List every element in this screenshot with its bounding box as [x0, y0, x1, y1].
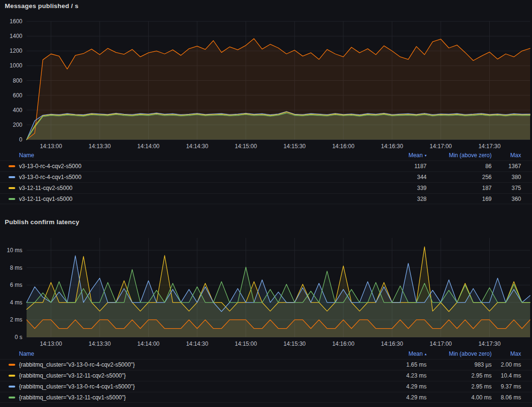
- legend-header-row: Name Mean▾ Min (above zero) Max: [0, 150, 532, 161]
- series-color-swatch: [9, 187, 15, 189]
- x-axis-tick-label: 14:15:00: [235, 341, 257, 347]
- x-axis-tick-label: 14:13:30: [89, 341, 111, 347]
- series-mean-value: 1187: [370, 163, 427, 170]
- legend-table-messages-published: Name Mean▾ Min (above zero) Max v3-13-0-…: [0, 150, 532, 204]
- series-min-value: 256: [427, 174, 492, 180]
- series-name[interactable]: {rabbitmq_cluster="v3-13-0-rc-4-cqv2-s50…: [19, 361, 370, 368]
- x-axis-tick-label: 14:13:00: [40, 341, 62, 347]
- y-axis-tick-label: 600: [13, 92, 22, 99]
- series-min-value: 86: [427, 163, 492, 170]
- x-axis-tick-label: 14:15:00: [235, 143, 257, 150]
- series-color-swatch: [9, 386, 15, 388]
- series-mean-value: 4.29 ms: [370, 394, 427, 401]
- series-name[interactable]: v3-13-0-rc-4-cqv2-s5000: [19, 163, 370, 170]
- legend-row[interactable]: v3-13-0-rc-4-cqv1-s5000 344 256 380: [0, 171, 532, 182]
- x-axis-tick-label: 14:16:00: [332, 143, 354, 150]
- column-header-min[interactable]: Min (above zero): [427, 152, 492, 159]
- series-max-value: 10.4 ms: [492, 372, 521, 379]
- series-color-swatch: [9, 364, 15, 366]
- x-axis-tick-label: 14:17:00: [430, 341, 452, 347]
- x-axis-tick-label: 14:13:00: [40, 143, 62, 150]
- x-axis-tick-label: 14:16:30: [381, 341, 403, 347]
- column-header-mean-label: Mean: [408, 152, 423, 159]
- column-header-min[interactable]: Min (above zero): [427, 350, 492, 357]
- panel-title-publish-confirm-latency[interactable]: Publish confirm latency: [5, 218, 79, 226]
- x-axis-tick-label: 14:14:30: [186, 143, 209, 150]
- series-mean-value: 1.65 ms: [370, 361, 427, 368]
- panel-title-messages-published[interactable]: Messages published / s: [5, 2, 78, 9]
- series-max-value: 360: [492, 196, 521, 202]
- series-min-value: 2.95 ms: [427, 372, 492, 379]
- series-color-swatch: [9, 176, 15, 178]
- series-max-value: 375: [492, 185, 521, 191]
- series-name[interactable]: {rabbitmq_cluster="v3-12-11-cqv2-s5000"}: [19, 372, 370, 379]
- column-header-name[interactable]: Name: [19, 152, 370, 159]
- y-axis-tick-label: 8 ms: [10, 265, 22, 271]
- series-mean-value: 4.23 ms: [370, 372, 427, 379]
- y-axis-tick-label: 1600: [10, 18, 22, 25]
- series-max-value: 1367: [492, 163, 521, 170]
- series-max-value: 8.06 ms: [492, 394, 521, 401]
- series-max-value: 9.37 ms: [492, 383, 521, 390]
- y-axis-tick-label: 800: [13, 77, 22, 84]
- series-min-value: 169: [427, 196, 492, 202]
- series-name[interactable]: {rabbitmq_cluster="v3-13-0-rc-4-cqv1-s50…: [19, 383, 370, 390]
- legend-row[interactable]: {rabbitmq_cluster="v3-13-0-rc-4-cqv1-s50…: [0, 381, 532, 392]
- series-name[interactable]: v3-12-11-cqv1-s5000: [19, 196, 370, 202]
- column-header-mean-label: Mean: [408, 350, 423, 357]
- x-axis-tick-label: 14:14:00: [137, 341, 160, 347]
- series-min-value: 983 µs: [427, 361, 492, 368]
- series-color-swatch: [9, 397, 15, 398]
- publish-confirm-latency-chart[interactable]: 0 s2 ms4 ms6 ms8 ms10 ms14:13:0014:13:30…: [7, 238, 530, 347]
- y-axis-tick-label: 2 ms: [10, 316, 22, 323]
- legend-row[interactable]: {rabbitmq_cluster="v3-13-0-rc-4-cqv2-s50…: [0, 359, 532, 370]
- x-axis-tick-label: 14:16:30: [381, 143, 403, 150]
- messages-published-chart[interactable]: 0200400600800100012001400160014:13:0014:…: [10, 18, 530, 150]
- series-name[interactable]: v3-13-0-rc-4-cqv1-s5000: [19, 174, 370, 180]
- legend-header-row: Name Mean▴ Min (above zero) Max: [0, 349, 532, 359]
- x-axis-tick-label: 14:15:30: [284, 143, 306, 150]
- series-name[interactable]: {rabbitmq_cluster="v3-12-11-cqv1-s5000"}: [19, 394, 370, 401]
- x-axis-tick-label: 14:13:30: [89, 143, 111, 150]
- y-axis-tick-label: 1200: [10, 47, 22, 54]
- y-axis-tick-label: 400: [13, 107, 22, 114]
- series-mean-value: 4.29 ms: [370, 383, 427, 390]
- legend-row[interactable]: v3-12-11-cqv1-s5000 328 169 360: [0, 193, 532, 204]
- column-header-max[interactable]: Max: [492, 152, 521, 159]
- legend-table-publish-confirm-latency: Name Mean▴ Min (above zero) Max {rabbitm…: [0, 349, 532, 403]
- x-axis-tick-label: 14:17:30: [478, 143, 501, 150]
- legend-row[interactable]: {rabbitmq_cluster="v3-12-11-cqv2-s5000"}…: [0, 370, 532, 381]
- y-axis-tick-label: 6 ms: [10, 282, 22, 288]
- y-axis-tick-label: 10 ms: [7, 247, 22, 254]
- series-color-swatch: [9, 165, 15, 167]
- legend-row[interactable]: v3-13-0-rc-4-cqv2-s5000 1187 86 1367: [0, 161, 532, 171]
- x-axis-tick-label: 14:17:00: [430, 143, 452, 150]
- x-axis-tick-label: 14:14:30: [186, 341, 209, 347]
- series-mean-value: 339: [370, 185, 427, 191]
- series-color-swatch: [9, 375, 15, 377]
- series-max-value: 2.00 ms: [492, 361, 521, 368]
- series-max-value: 380: [492, 174, 521, 180]
- series-name[interactable]: v3-12-11-cqv2-s5000: [19, 185, 370, 191]
- legend-row[interactable]: v3-12-11-cqv2-s5000 339 187 375: [0, 182, 532, 193]
- y-axis-tick-label: 200: [13, 122, 22, 128]
- y-axis-tick-label: 0: [19, 136, 22, 143]
- y-axis-tick-label: 0 s: [15, 334, 22, 341]
- series-min-value: 2.95 ms: [427, 383, 492, 390]
- series-mean-value: 328: [370, 196, 427, 202]
- series-area-fill: [27, 113, 530, 140]
- column-header-mean[interactable]: Mean▾: [370, 152, 427, 159]
- x-axis-tick-label: 14:14:00: [137, 143, 160, 150]
- y-axis-tick-label: 1400: [10, 33, 22, 39]
- column-header-mean[interactable]: Mean▴: [370, 350, 427, 357]
- x-axis-tick-label: 14:16:00: [332, 341, 354, 347]
- series-mean-value: 344: [370, 174, 427, 180]
- legend-row[interactable]: {rabbitmq_cluster="v3-12-11-cqv1-s5000"}…: [0, 392, 532, 403]
- y-axis-tick-label: 4 ms: [10, 299, 22, 306]
- x-axis-tick-label: 14:15:30: [284, 341, 306, 347]
- column-header-name[interactable]: Name: [19, 350, 370, 357]
- series-color-swatch: [9, 198, 15, 200]
- series-min-value: 187: [427, 185, 492, 191]
- column-header-max[interactable]: Max: [492, 350, 521, 357]
- y-axis-tick-label: 1000: [10, 62, 22, 69]
